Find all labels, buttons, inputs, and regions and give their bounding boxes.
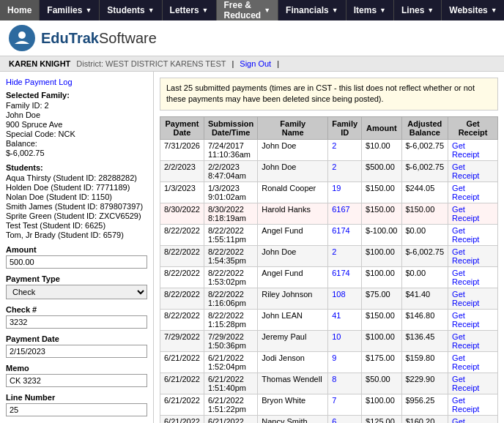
family-id-link[interactable]: 6174 bbox=[332, 269, 349, 277]
get-receipt-link[interactable]: Get Receipt bbox=[452, 375, 479, 392]
cell-payment-date: 8/22/2022 bbox=[160, 266, 204, 288]
user-district: District: WEST DISTRICT KARENS TEST bbox=[76, 59, 226, 68]
cell-get-receipt: Get Receipt bbox=[448, 394, 498, 415]
cell-get-receipt: Get Receipt bbox=[448, 245, 498, 266]
family-id-link[interactable]: 6167 bbox=[332, 205, 349, 214]
line-number-section: Line Number bbox=[6, 393, 147, 416]
cell-adjusted-balance: $-6,002.75 bbox=[401, 245, 448, 266]
family-id-link[interactable]: 9 bbox=[332, 353, 336, 362]
cell-adjusted-balance: $0.00 bbox=[401, 224, 448, 245]
family-id-link[interactable]: 2 bbox=[332, 247, 336, 256]
family-id-link[interactable]: 41 bbox=[332, 311, 341, 320]
nav-lines[interactable]: Lines ▼ bbox=[394, 0, 442, 20]
payment-date-section: Payment Date bbox=[6, 334, 147, 358]
family-id: Family ID: 2 bbox=[6, 101, 147, 110]
cell-amount: $100.00 bbox=[362, 330, 401, 351]
student-3: Nolan Doe (Student ID: 1150) bbox=[6, 192, 147, 201]
nav-financials[interactable]: Financials ▼ bbox=[278, 0, 346, 20]
memo-input[interactable] bbox=[6, 374, 147, 387]
cell-payment-date: 6/21/2022 bbox=[160, 373, 204, 394]
cell-get-receipt: Get Receipt bbox=[448, 330, 498, 351]
get-receipt-link[interactable]: Get Receipt bbox=[452, 269, 479, 286]
cell-family-id: 2 bbox=[328, 139, 362, 160]
selected-family-section: Selected Family: Family ID: 2 John Doe 9… bbox=[6, 91, 147, 157]
get-receipt-link[interactable]: Get Receipt bbox=[452, 290, 479, 307]
amount-section: Amount bbox=[6, 245, 147, 269]
cell-get-receipt: Get Receipt bbox=[448, 415, 498, 423]
amount-label: Amount bbox=[6, 245, 147, 254]
cell-adjusted-balance: $41.40 bbox=[401, 288, 448, 309]
get-receipt-link[interactable]: Get Receipt bbox=[452, 396, 479, 413]
get-receipt-link[interactable]: Get Receipt bbox=[452, 162, 479, 180]
cell-get-receipt: Get Receipt bbox=[448, 181, 498, 203]
cell-submission-date: 8/22/20221:15:28pm bbox=[204, 309, 257, 330]
cell-family-name: Angel Fund bbox=[258, 224, 328, 245]
cell-adjusted-balance: $-6,002.75 bbox=[401, 139, 448, 160]
get-receipt-link[interactable]: Get Receipt bbox=[452, 353, 479, 371]
left-panel: Hide Payment Log Selected Family: Family… bbox=[0, 72, 154, 423]
cell-family-id: 6174 bbox=[328, 224, 362, 245]
cell-payment-date: 8/22/2022 bbox=[160, 309, 204, 330]
cell-amount: $500.00 bbox=[362, 160, 401, 181]
cell-family-id: 8 bbox=[328, 373, 362, 394]
student-7: Tom, Jr Brady (Student ID: 6579) bbox=[6, 231, 147, 239]
get-receipt-link[interactable]: Get Receipt bbox=[452, 332, 479, 350]
family-id-link[interactable]: 2 bbox=[332, 162, 336, 171]
get-receipt-link[interactable]: Get Receipt bbox=[452, 417, 479, 423]
table-row: 8/22/2022 8/22/20221:15:28pm John LEAN 4… bbox=[160, 309, 498, 330]
balance-value: $-6,002.75 bbox=[6, 149, 147, 157]
sign-out-link[interactable]: Sign Out bbox=[240, 59, 271, 68]
table-row: 2/2/2023 2/2/20238:47:04am John Doe 2 $5… bbox=[160, 160, 498, 181]
cell-family-id: 10 bbox=[328, 330, 362, 351]
family-id-link[interactable]: 10 bbox=[332, 332, 341, 341]
cell-submission-date: 6/21/20221:51:40pm bbox=[204, 373, 257, 394]
nav-families[interactable]: Families ▼ bbox=[40, 0, 100, 20]
amount-input[interactable] bbox=[6, 255, 147, 269]
nav-students[interactable]: Students ▼ bbox=[100, 0, 162, 20]
nav-free-reduced[interactable]: Free & Reduced ▼ bbox=[217, 0, 279, 20]
selected-family-label: Selected Family: bbox=[6, 91, 147, 100]
family-id-link[interactable]: 108 bbox=[332, 290, 345, 299]
nav-items[interactable]: Items ▼ bbox=[346, 0, 394, 20]
memo-section: Memo bbox=[6, 364, 147, 387]
get-receipt-link[interactable]: Get Receipt bbox=[452, 226, 479, 244]
get-receipt-link[interactable]: Get Receipt bbox=[452, 205, 479, 222]
col-family-id: FamilyID bbox=[328, 116, 362, 139]
cell-submission-date: 8/22/20221:54:35pm bbox=[204, 245, 257, 266]
cell-family-id: 2 bbox=[328, 160, 362, 181]
cell-family-name: Jeremy Paul bbox=[258, 330, 328, 351]
table-row: 8/22/2022 8/22/20221:54:35pm John Doe 2 … bbox=[160, 245, 498, 266]
nav-letters[interactable]: Letters ▼ bbox=[163, 0, 217, 20]
family-id-link[interactable]: 2 bbox=[332, 141, 336, 150]
cell-amount: $125.00 bbox=[362, 415, 401, 423]
get-receipt-link[interactable]: Get Receipt bbox=[452, 184, 479, 201]
nav-websites[interactable]: Websites ▼ bbox=[442, 0, 504, 20]
hide-payment-log-link[interactable]: Hide Payment Log bbox=[6, 78, 147, 86]
check-input[interactable] bbox=[6, 315, 147, 329]
payment-type-select[interactable]: Check Cash bbox=[6, 285, 147, 299]
logo-text: EduTrakSoftware bbox=[41, 30, 157, 47]
cell-amount: $50.00 bbox=[362, 373, 401, 394]
family-id-link[interactable]: 8 bbox=[332, 375, 336, 383]
line-number-input[interactable] bbox=[6, 403, 147, 416]
svg-point-0 bbox=[18, 31, 26, 39]
get-receipt-link[interactable]: Get Receipt bbox=[452, 141, 479, 159]
family-id-link[interactable]: 6174 bbox=[332, 226, 349, 235]
payment-date-input[interactable] bbox=[6, 345, 147, 358]
cell-adjusted-balance: $-6,002.75 bbox=[401, 160, 448, 181]
cell-family-name: Ronald Cooper bbox=[258, 181, 328, 203]
family-id-link[interactable]: 19 bbox=[332, 184, 341, 192]
cell-payment-date: 8/30/2022 bbox=[160, 203, 204, 224]
family-id-link[interactable]: 7 bbox=[332, 396, 336, 405]
cell-amount: $-100.00 bbox=[362, 224, 401, 245]
cell-family-id: 108 bbox=[328, 288, 362, 309]
cell-get-receipt: Get Receipt bbox=[448, 309, 498, 330]
get-receipt-link[interactable]: Get Receipt bbox=[452, 311, 479, 329]
cell-family-id: 7 bbox=[328, 394, 362, 415]
address: 900 Spruce Ave bbox=[6, 120, 147, 129]
table-row: 6/21/2022 6/21/20221:51:04pm Nancy Smith… bbox=[160, 415, 498, 423]
nav-home[interactable]: Home bbox=[0, 0, 40, 20]
cell-get-receipt: Get Receipt bbox=[448, 266, 498, 288]
family-id-link[interactable]: 6 bbox=[332, 417, 336, 423]
get-receipt-link[interactable]: Get Receipt bbox=[452, 247, 479, 265]
